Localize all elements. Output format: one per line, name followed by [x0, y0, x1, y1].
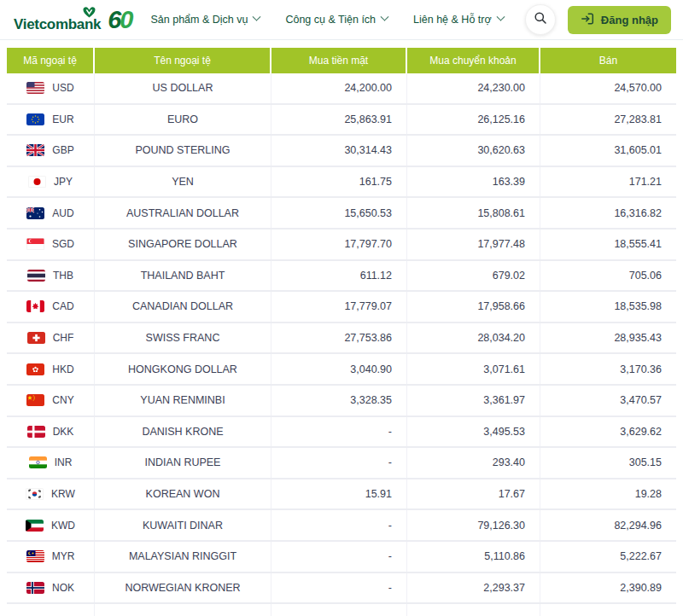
buy-transfer-rate-cell: 163.39: [407, 167, 540, 197]
buy-cash-rate: 3,328.35: [350, 394, 392, 406]
nav-label: Công cụ & Tiện ích: [285, 14, 376, 26]
table-row: THBTHAILAND BAHT611.12679.02705.06: [7, 261, 676, 293]
currency-name: US DOLLAR: [153, 82, 213, 94]
buy-cash-rate: 24,200.00: [344, 82, 392, 94]
table-row: CHFSWISS FRANC27,753.8628,034.2028,935.4…: [7, 323, 676, 355]
currency-name-cell: SWISS FRANC: [95, 323, 271, 353]
sell-rate: 18,555.41: [614, 238, 662, 250]
currency-code-cell: HKD: [7, 354, 95, 384]
sell-rate-cell: 16,316.82: [540, 198, 676, 228]
buy-transfer-rate: 24,230.00: [477, 82, 525, 94]
buy-cash-rate-cell: -: [271, 417, 407, 447]
exchange-rate-table: Mã ngoại tệ Tên ngoại tệ Mua tiền mặt Mu…: [7, 48, 676, 616]
flag-myr-icon: [26, 550, 44, 562]
sell-rate-cell: 24,570.00: [540, 73, 676, 103]
currency-code-cell: USD: [7, 73, 95, 103]
sell-rate-cell: 3,629.62: [540, 417, 676, 447]
sell-rate-cell: 3,170.36: [540, 354, 676, 384]
empty-cell: [95, 604, 271, 616]
sell-rate-cell: 2,390.89: [540, 573, 676, 603]
buy-transfer-rate: 163.39: [493, 176, 525, 188]
buy-cash-rate-cell: 161.75: [271, 167, 407, 197]
buy-transfer-rate-cell: 3,071.61: [407, 354, 540, 384]
buy-transfer-rate: 3,071.61: [483, 363, 525, 375]
vietcombank-logo[interactable]: Vietcombank 60: [14, 6, 131, 33]
flag-gbp-icon: [26, 144, 44, 156]
table-row: EUREURO25,863.9126,125.1627,283.81: [7, 105, 676, 137]
currency-name: HONGKONG DOLLAR: [128, 363, 237, 375]
buy-cash-rate-cell: 30,314.43: [271, 136, 407, 166]
currency-name-cell: SINGAPORE DOLLAR: [95, 230, 271, 259]
login-button[interactable]: Đăng nhập: [568, 6, 671, 34]
currency-name-cell: KOREAN WON: [95, 479, 271, 509]
currency-name-cell: THAILAND BAHT: [95, 261, 271, 291]
currency-code-cell: MYR: [7, 542, 95, 572]
currency-name-cell: CANADIAN DOLLAR: [95, 292, 271, 322]
table-header-row: Mã ngoại tệ Tên ngoại tệ Mua tiền mặt Mu…: [7, 48, 676, 73]
sell-rate: 171.21: [629, 176, 662, 188]
buy-transfer-rate: 28,034.20: [477, 332, 525, 344]
buy-transfer-rate-cell: 17,977.48: [407, 230, 540, 259]
table-row: KWDKUWAITI DINAR-79,126.3082,294.96: [7, 510, 676, 542]
nav-label: Liên hệ & Hỗ trợ: [413, 14, 492, 26]
currency-name-cell: INDIAN RUPEE: [95, 448, 271, 478]
sell-rate: 2,390.89: [620, 582, 662, 594]
currency-name: SWISS FRANC: [146, 332, 220, 344]
currency-name: MALAYSIAN RINGGIT: [129, 550, 236, 562]
currency-code-cell: SGD: [7, 230, 95, 259]
empty-cell: [540, 604, 676, 616]
nav-item-tools-utilities[interactable]: Công cụ & Tiện ích: [285, 14, 388, 26]
sell-rate: 31,605.01: [614, 144, 662, 156]
currency-name: DANISH KRONE: [142, 426, 223, 438]
buy-transfer-rate: 17,977.48: [477, 238, 525, 250]
currency-code-cell: JPY: [7, 167, 95, 197]
sell-rate-cell: 3,470.57: [540, 386, 676, 416]
currency-code-cell: AUD: [7, 198, 95, 228]
table-row: CNYYUAN RENMINBI3,328.353,361.973,470.57: [7, 386, 676, 417]
currency-name: CANADIAN DOLLAR: [132, 300, 233, 312]
chevron-down-icon: [253, 12, 261, 20]
currency-name: KUWAITI DINAR: [143, 520, 223, 532]
flag-krw-icon: [26, 488, 44, 500]
buy-transfer-rate-cell: 79,126.30: [407, 510, 540, 540]
buy-cash-rate-cell: 24,200.00: [271, 73, 407, 103]
buy-cash-rate-cell: 3,040.90: [271, 354, 407, 384]
chevron-down-icon: [496, 12, 505, 20]
buy-cash-rate: 3,040.90: [350, 363, 392, 375]
search-button[interactable]: [525, 4, 556, 35]
search-icon: [534, 11, 547, 28]
currency-name-cell: EURO: [95, 105, 271, 135]
currency-code-cell: EUR: [7, 105, 95, 135]
table-row: HKDHONGKONG DOLLAR3,040.903,071.613,170.…: [7, 354, 676, 386]
buy-transfer-rate: 3,495.53: [483, 426, 525, 438]
column-header-sell: Bán: [540, 48, 676, 73]
sell-rate-cell: 31,605.01: [540, 136, 676, 166]
buy-transfer-rate-cell: 679.02: [407, 261, 540, 291]
buy-cash-rate: -: [388, 550, 392, 562]
buy-cash-rate-cell: 3,328.35: [271, 386, 407, 416]
sell-rate-cell: 18,535.98: [540, 292, 676, 322]
currency-name-cell: HONGKONG DOLLAR: [95, 354, 271, 384]
nav-item-contact-support[interactable]: Liên hệ & Hỗ trợ: [413, 14, 504, 26]
vietcombank-wordmark: Vietcombank: [14, 6, 101, 33]
buy-transfer-rate-cell: 3,495.53: [407, 417, 540, 447]
buy-transfer-rate: 17.67: [499, 488, 525, 500]
flag-dkk-icon: [27, 426, 45, 438]
buy-transfer-rate-cell: 30,620.63: [407, 136, 540, 166]
table-row: AUDAUSTRALIAN DOLLAR15,650.5315,808.6116…: [7, 198, 676, 230]
currency-code-cell: CNY: [7, 386, 95, 416]
table-row: GBPPOUND STERLING30,314.4330,620.6331,60…: [7, 136, 676, 167]
nav-item-products-services[interactable]: Sản phẩm & Dịch vụ: [150, 14, 260, 26]
buy-cash-rate-cell: 611.12: [271, 261, 407, 291]
currency-name: AUSTRALIAN DOLLAR: [126, 207, 239, 219]
sell-rate-cell: 82,294.96: [540, 510, 676, 540]
currency-code-cell: KRW: [7, 479, 95, 509]
flag-thb-icon: [27, 270, 45, 282]
currency-name-cell: AUSTRALIAN DOLLAR: [95, 198, 271, 228]
currency-code: NOK: [52, 582, 74, 594]
buy-transfer-rate-cell: 28,034.20: [407, 323, 540, 353]
flag-eur-icon: [26, 113, 44, 125]
anniversary-60-logo: 60: [108, 8, 131, 33]
buy-transfer-rate: 79,126.30: [477, 520, 525, 532]
empty-cell: [7, 604, 95, 616]
